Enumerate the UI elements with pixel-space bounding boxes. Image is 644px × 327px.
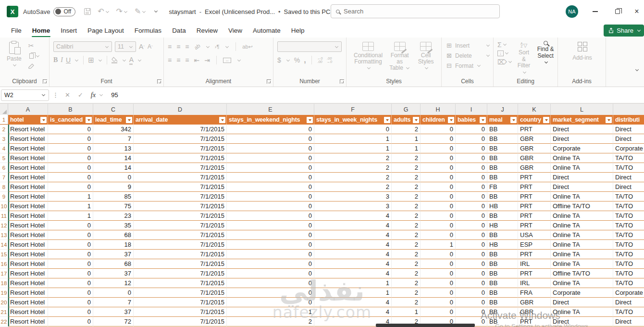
cell[interactable]: 0 (227, 250, 314, 259)
cell[interactable]: BB (487, 134, 518, 144)
cell[interactable]: BB (487, 125, 518, 134)
cell[interactable]: 35 (93, 221, 134, 230)
cell[interactable]: BB (487, 211, 518, 221)
cell[interactable]: PRT (518, 250, 551, 259)
header-cell-hotel[interactable]: hotel (8, 115, 48, 125)
cell[interactable]: 7 (93, 134, 134, 144)
cell[interactable]: BB (487, 259, 518, 269)
cell[interactable]: 0 (421, 298, 456, 307)
cell[interactable]: 0 (456, 153, 487, 163)
chevron-down-icon[interactable] (138, 58, 141, 61)
cell[interactable]: 0 (456, 259, 487, 269)
header-cell-country[interactable]: country (518, 115, 551, 125)
cell[interactable]: Resort Hotel (8, 269, 48, 278)
cell[interactable]: 0 (421, 153, 456, 163)
cell[interactable]: 0 (456, 163, 487, 173)
row-number-10[interactable]: 10 (0, 201, 8, 211)
cell[interactable]: Direct (613, 173, 644, 182)
header-cell-is_canceled[interactable]: is_canceled (48, 115, 93, 125)
tab-home[interactable]: Home (27, 25, 56, 38)
cell[interactable]: 0 (421, 173, 456, 182)
cell[interactable]: Direct (551, 182, 613, 192)
cell[interactable]: IRL (518, 259, 551, 269)
filter-button[interactable] (510, 117, 517, 123)
cell[interactable]: 0 (421, 221, 456, 230)
cell[interactable]: 0 (227, 230, 314, 240)
cell[interactable]: 0 (421, 163, 456, 173)
cell[interactable]: 7 (93, 298, 134, 307)
cell[interactable]: BB (487, 230, 518, 240)
fill-button[interactable]: ↓ (497, 50, 512, 57)
cell[interactable]: 2 (392, 192, 421, 201)
chevron-down-icon[interactable] (99, 93, 103, 96)
header-cell-lead_time[interactable]: lead_time (93, 115, 134, 125)
cell[interactable]: Resort Hotel (8, 182, 48, 192)
filter-button[interactable] (606, 117, 612, 123)
cell[interactable]: 68 (93, 230, 134, 240)
cell[interactable]: 2 (392, 230, 421, 240)
cell[interactable]: Direct (551, 317, 613, 327)
cell[interactable]: 37 (93, 307, 134, 317)
cell[interactable]: 0 (48, 269, 93, 278)
cell[interactable]: 0 (421, 144, 456, 153)
cell[interactable]: 1 (48, 192, 93, 201)
cell[interactable]: 85 (93, 192, 134, 201)
decrease-decimal-button[interactable]: .00→0 (326, 57, 332, 64)
align-center-button[interactable]: ≡ (176, 56, 180, 64)
clipboard-dialog-launcher[interactable] (43, 79, 47, 84)
cell[interactable]: 2 (314, 173, 392, 182)
cell[interactable]: 2 (227, 317, 314, 327)
cell[interactable]: 7/1/2015 (134, 298, 227, 307)
cell[interactable]: PRT (518, 211, 551, 221)
font-dialog-launcher[interactable] (157, 79, 161, 84)
redo-button[interactable]: ↷ (116, 8, 128, 15)
cell[interactable]: 0 (421, 125, 456, 134)
cell[interactable]: 0 (456, 211, 487, 221)
row-number-8[interactable]: 8 (0, 182, 8, 192)
cell[interactable]: 0 (48, 298, 93, 307)
filter-button[interactable] (384, 117, 390, 123)
cell[interactable]: PRT (518, 221, 551, 230)
cell[interactable]: TA/TO (613, 259, 644, 269)
cell[interactable]: 7/1/2015 (134, 144, 227, 153)
cell[interactable]: 2 (392, 201, 421, 211)
cell[interactable]: Corporate (551, 288, 613, 298)
restore-button[interactable] (607, 0, 628, 23)
cell[interactable]: Offline TA/TO (551, 269, 613, 278)
column-letter-L[interactable]: L (551, 104, 613, 115)
cell[interactable]: 0 (227, 211, 314, 221)
cell[interactable]: Resort Hotel (8, 230, 48, 240)
cell[interactable]: Direct (613, 125, 644, 134)
font-color-button[interactable]: A (129, 56, 134, 65)
row-number-18[interactable]: 18 (0, 278, 8, 288)
cell[interactable]: 0 (48, 153, 93, 163)
cell[interactable]: 7/1/2015 (134, 317, 227, 327)
filter-button[interactable] (219, 117, 225, 123)
cell[interactable]: 0 (421, 307, 456, 317)
cell[interactable]: 0 (48, 240, 93, 250)
row-number-5[interactable]: 5 (0, 153, 8, 163)
row-number-9[interactable]: 9 (0, 192, 8, 201)
header-cell-arrival_date[interactable]: arrival_date (134, 115, 227, 125)
cell[interactable]: 2 (392, 221, 421, 230)
cell[interactable]: BB (487, 173, 518, 182)
cell[interactable]: Online TA (551, 250, 613, 259)
cell[interactable]: 2 (392, 125, 421, 134)
cell[interactable]: Online TA (551, 153, 613, 163)
cell[interactable]: 7/1/2015 (134, 182, 227, 192)
cell[interactable]: TA/TO (613, 201, 644, 211)
cell[interactable]: Direct (551, 173, 613, 182)
cell[interactable]: 0 (227, 125, 314, 134)
cell[interactable]: TA/TO (613, 269, 644, 278)
addins-button[interactable]: Add-ins (570, 41, 595, 75)
cell[interactable]: 7/1/2015 (134, 211, 227, 221)
chevron-down-icon[interactable] (99, 58, 102, 61)
cell[interactable]: 0 (421, 230, 456, 240)
header-cell-stays_in_weekend_nights[interactable]: stays_in_weekend_nights (227, 115, 314, 125)
cell[interactable]: 0 (456, 240, 487, 250)
row-number-12[interactable]: 12 (0, 221, 8, 230)
cell[interactable]: 0 (421, 192, 456, 201)
cell[interactable]: 0 (227, 192, 314, 201)
cell[interactable]: 2 (392, 278, 421, 288)
column-letter-A[interactable]: A (8, 104, 48, 115)
